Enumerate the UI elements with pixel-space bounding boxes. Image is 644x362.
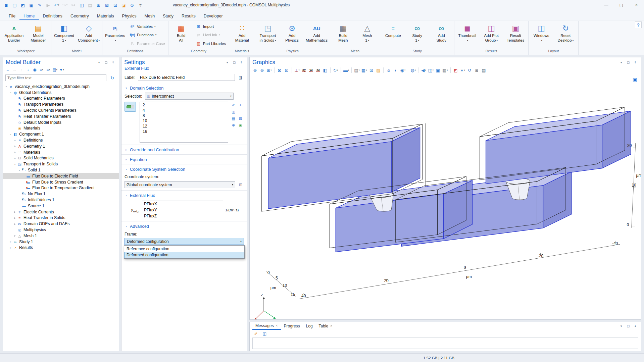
close-tab-icon[interactable]: × (330, 324, 332, 328)
tree-item[interactable]: ▿◧Component 1 (3, 131, 119, 137)
add-component-button[interactable]: ◇AddComponent▾ (76, 21, 101, 49)
split-window-button[interactable]: ◫▾ (427, 67, 434, 73)
tree-filter-input[interactable] (5, 74, 106, 81)
add-physics-button[interactable]: ⊛AddPhysics (280, 21, 304, 49)
panel-pin-button[interactable]: ↧ (239, 60, 244, 65)
tree-item[interactable]: ▹≡Definitions (3, 137, 119, 143)
tree-chevron-icon[interactable]: ▹ (13, 139, 17, 142)
label-field-input[interactable] (138, 74, 235, 81)
tree-item[interactable]: ▿▭DSolid 1 (3, 167, 119, 173)
deselect-box-button[interactable]: ▨ (375, 67, 382, 73)
domain-list-item[interactable]: 12 (140, 124, 228, 129)
variables-button[interactable]: a=Variables▾ (128, 23, 167, 30)
copy-button[interactable]: ◫ (78, 1, 86, 9)
go-back-button[interactable]: ← (5, 67, 11, 73)
menu-tab-materials[interactable]: Materials (93, 12, 118, 20)
functions-button[interactable]: f(x)Functions▾ (128, 32, 167, 38)
open-file-button[interactable]: ◩ (19, 1, 27, 9)
tree-item[interactable]: ▬Flux Due to Electric Field (3, 173, 119, 179)
snapshot-button[interactable]: ◙ (474, 67, 480, 73)
active-selection-toggle[interactable] (125, 102, 136, 112)
tree-item[interactable]: ▬Flux Due to Stress Gradient (3, 179, 119, 185)
selection-combobox[interactable]: ◫ Interconnect ▾ (145, 93, 234, 100)
show-in-window-icon[interactable]: ◨ (237, 74, 244, 81)
duplicate-button[interactable]: ⊞ (95, 1, 102, 9)
component-button[interactable]: ◧Component1▾ (52, 21, 76, 49)
tree-item[interactable]: ▹↯Electric Currents (3, 209, 119, 215)
part-libraries-button[interactable]: ▥Part Libraries (194, 40, 228, 47)
windows-button[interactable]: ◫Windows▾ (529, 21, 553, 49)
view-visibility-button[interactable]: ◉▾ (399, 67, 406, 73)
run-button[interactable]: ▶ (44, 1, 52, 9)
menu-tab-study[interactable]: Study (159, 12, 178, 20)
domain-list-item[interactable]: 2 (140, 103, 228, 108)
scene-camera-button[interactable]: ◧ (322, 67, 329, 73)
tree-item[interactable]: ▬Flux Due to Temperature Gradient (3, 185, 119, 191)
tree-chevron-icon[interactable]: ▹ (13, 222, 17, 225)
select-box-button[interactable]: ⊡ (368, 67, 375, 73)
tree-item[interactable]: ▿◍Global Definitions (3, 90, 119, 96)
grid-button[interactable]: ▦▾ (442, 67, 449, 73)
tree-item[interactable]: ▬Source 1 (3, 203, 119, 209)
paste-button[interactable]: ▤ (86, 1, 94, 9)
refresh-icon[interactable]: ↻ (108, 74, 116, 82)
panel-pin-button[interactable]: ↧ (633, 60, 638, 65)
transparency-button[interactable]: ◐ (392, 67, 399, 73)
panel-float-button[interactable]: ▢ (626, 60, 631, 65)
zoom-in-button[interactable]: ⊕ (252, 67, 258, 73)
tree-item[interactable]: PᵢGeometric Parameters (3, 96, 119, 102)
add-mathematics-button[interactable]: ΔUAddMathematics (304, 21, 329, 49)
tree-item[interactable]: ◇Default Model Inputs (3, 119, 119, 125)
panel-pin-button[interactable]: ↧ (633, 323, 638, 329)
result-templates-button[interactable]: ▣ResultTemplates (503, 21, 528, 49)
tree-chevron-icon[interactable]: ▿ (9, 133, 12, 136)
tree-item[interactable]: PᵢHeat Transfer Parameters (3, 113, 119, 119)
move-down-button[interactable]: ↓ (25, 67, 31, 73)
panel-float-button[interactable]: ▢ (626, 323, 631, 329)
selection-wand-button[interactable]: ✐ (231, 102, 237, 108)
panel-menu-button[interactable]: ▾ (96, 60, 102, 65)
reset-desktop-button[interactable]: ↻ResetDesktop▾ (553, 21, 578, 49)
close-tab-icon[interactable]: × (276, 324, 278, 327)
close-button[interactable]: × (629, 0, 644, 10)
tree-chevron-icon[interactable]: ▿ (13, 163, 17, 166)
panel-menu-button[interactable]: ▾ (225, 60, 230, 65)
zoom-extents-button[interactable]: ⊠ (276, 67, 283, 73)
menu-tab-results[interactable]: Results (178, 12, 200, 20)
section-override[interactable]: ▹ Override and Contribution (121, 145, 247, 154)
save-button[interactable]: ▣ (28, 1, 35, 9)
create-coordinate-system-icon[interactable]: ⊞ (237, 182, 244, 188)
import-button[interactable]: ⊞Import (194, 23, 228, 30)
fl.ux-z-input[interactable] (142, 213, 223, 219)
appearance-button[interactable]: ▬▾ (343, 67, 350, 73)
tree-chevron-icon[interactable]: ▹ (9, 240, 12, 243)
transport-in-solids-button[interactable]: ◳Transportin Solids▾ (256, 21, 280, 49)
domain-list-item[interactable]: 10 (140, 118, 228, 124)
tab-log[interactable]: Log (303, 322, 316, 330)
panel-menu-button[interactable]: ▾ (618, 60, 624, 65)
domain-list-item[interactable]: 4 (140, 108, 228, 113)
tab-table[interactable]: Table× (316, 322, 336, 330)
add-selection-button[interactable]: + (238, 102, 244, 108)
tree-chevron-icon[interactable]: ▿ (17, 169, 21, 172)
print-button[interactable]: ▤ (481, 67, 487, 73)
tree-chevron-icon[interactable]: ▹ (13, 151, 17, 154)
toolbar-overflow-button[interactable]: ▿ (137, 1, 144, 9)
view-xy-button[interactable]: xy (301, 67, 307, 73)
tree-item[interactable]: ▹⊟Solid Mechanics (3, 155, 119, 161)
tree-item[interactable]: ▹∞Study 1 (3, 239, 119, 245)
remove-selection-button[interactable]: − (238, 109, 244, 115)
find-button[interactable]: ⊙ (128, 1, 136, 9)
expand-tree-button[interactable]: ≡▾ (39, 67, 44, 73)
panel-menu-button[interactable]: ▾ (618, 323, 624, 329)
help-icon[interactable]: ? (635, 21, 642, 28)
tree-item[interactable]: ▹◔Results (3, 245, 119, 251)
rotate-button[interactable]: ↻▾ (332, 67, 339, 73)
tree-item[interactable]: ▹AGeometry 1 (3, 143, 119, 149)
flux-x-input[interactable] (142, 201, 223, 207)
animate-button[interactable]: ↺ (466, 67, 473, 73)
tree-chevron-icon[interactable]: ▹ (13, 145, 17, 148)
tree-chevron-icon[interactable]: ▹ (13, 210, 17, 213)
paste-selection-button[interactable]: ▤ (231, 115, 237, 121)
compute-button[interactable]: =Compute (381, 21, 405, 49)
